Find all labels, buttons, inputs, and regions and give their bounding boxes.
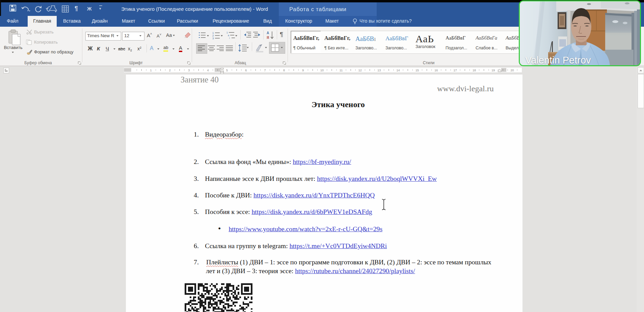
svg-text:4: 4 <box>207 69 209 72</box>
svg-text:6: 6 <box>245 69 247 72</box>
svg-text:16: 16 <box>434 69 438 72</box>
svg-text:a: a <box>228 34 229 37</box>
svg-text:9: 9 <box>302 69 304 72</box>
svg-text:19: 19 <box>491 69 495 72</box>
svg-text:11: 11 <box>340 69 343 72</box>
svg-text:2: 2 <box>169 69 171 72</box>
svg-text:А: А <box>267 31 269 35</box>
svg-text:20: 20 <box>511 69 514 72</box>
svg-text:17: 17 <box>454 69 457 72</box>
svg-text:1: 1 <box>226 31 228 34</box>
svg-text:13: 13 <box>377 69 381 72</box>
svg-text:18: 18 <box>473 69 476 72</box>
svg-text:i: i <box>229 37 230 39</box>
svg-text:8: 8 <box>283 69 285 72</box>
svg-text:10: 10 <box>320 69 324 72</box>
svg-text:5: 5 <box>226 69 228 72</box>
svg-text:12: 12 <box>358 69 362 72</box>
svg-text:7: 7 <box>264 69 266 72</box>
svg-text:15: 15 <box>415 69 419 72</box>
svg-text:14: 14 <box>396 69 400 72</box>
svg-text:3: 3 <box>212 37 214 39</box>
svg-text:3: 3 <box>188 69 190 72</box>
svg-text:Я: Я <box>267 36 269 40</box>
svg-text:1: 1 <box>150 69 152 72</box>
